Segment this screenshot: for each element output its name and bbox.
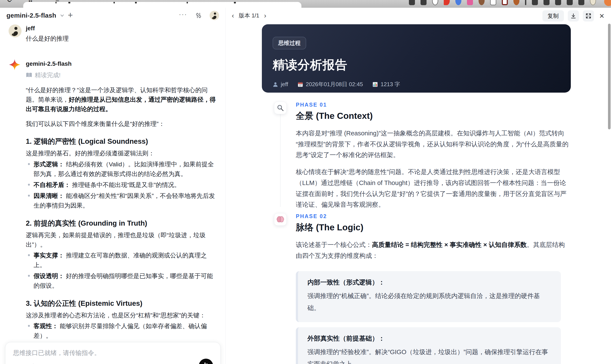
account-avatar[interactable] xyxy=(210,11,219,20)
magnifier-icon xyxy=(274,102,287,114)
tab-title-fragment xyxy=(186,2,188,3)
macos-menubar: ⟳ ⠿ ≡ xyxy=(0,0,611,8)
composer[interactable]: 思维接口已就绪，请传输指令。 + xyxy=(5,342,221,364)
list-item: 假设透明：好的推理会明确指明哪些是已知事实，哪些是基于可能的假设。 xyxy=(26,271,217,290)
attach-plus-button[interactable]: + xyxy=(13,363,18,364)
menubar-app-icon[interactable] xyxy=(532,0,538,5)
dimension-card: 外部真实性（前提基础）： 强调推理的“经验校准”。解决“GIGO（垃圾进，垃圾出… xyxy=(296,327,561,364)
report-word-count: 1213 字 xyxy=(381,81,400,88)
tab-title-fragment xyxy=(68,2,70,3)
menubar-app-icon[interactable] xyxy=(467,0,473,5)
phase-timeline: PHASE 01 全景 (The Context) 本内容是对“推理 (Reas… xyxy=(262,102,571,364)
section-intro: 这是推理的基石。好的推理必须遵循逻辑法则： xyxy=(26,148,217,158)
menubar-corner-icon[interactable] xyxy=(604,0,611,6)
chat-scroll-area[interactable]: jeff 什么是好的推理 gemini-2.5-flash xyxy=(0,22,226,364)
section-intro: 逻辑再完美，如果前提是错误的，推理也是垃圾（即“垃圾进，垃圾出”）。 xyxy=(26,230,217,249)
menubar-app-icon[interactable] xyxy=(567,0,573,5)
gemini-star-icon xyxy=(9,59,21,71)
phase-label: PHASE 02 xyxy=(296,213,571,219)
copy-button[interactable]: 复制 xyxy=(543,10,564,22)
user-icon xyxy=(273,82,278,87)
menubar-app-icon[interactable] xyxy=(444,0,450,5)
tab-title-fragment xyxy=(234,2,236,3)
report-date: 2026年01月08日 02:45 xyxy=(306,81,363,88)
model-selector[interactable]: gemini-2.5-flash xyxy=(6,12,56,19)
section-heading: 2. 前提的真实性 (Grounding in Truth) xyxy=(26,218,217,229)
user-message: jeff 什么是好的推理 xyxy=(9,25,217,43)
menubar-status-icons xyxy=(409,0,596,8)
brain-icon xyxy=(274,213,287,226)
phase-paragraph: 该论述基于一个核心公式：高质量结论 = 结构完整性 × 事实准确性 × 认知自律… xyxy=(296,239,571,261)
menubar-app-icon[interactable] xyxy=(513,0,519,5)
section-heading: 3. 认知的公正性 (Epistemic Virtues) xyxy=(26,298,217,309)
screen: ⟳ ⠿ ≡ xyxy=(0,0,611,364)
close-icon[interactable]: ✕ xyxy=(598,11,606,21)
more-options-button[interactable]: ··· xyxy=(179,11,187,20)
section-heading: 1. 逻辑的严密性 (Logical Soundness) xyxy=(26,136,217,147)
user-name: jeff xyxy=(26,25,217,32)
phase-paragraph: 本内容是对“推理 (Reasoning)”这一抽象概念的高层建模。在知识爆炸与人… xyxy=(296,128,571,160)
phase-1-section: PHASE 01 全景 (The Context) 本内容是对“推理 (Reas… xyxy=(262,102,571,210)
reply-paragraph: “什么是好的推理？”这是一个涉及逻辑学、认知科学和哲学核心的问题。简单来说，好的… xyxy=(26,85,217,114)
chevron-left-icon[interactable]: ‹ xyxy=(230,11,235,20)
report-meta: jeff 17 2026年01月08日 02:45 1213 字 xyxy=(273,81,560,88)
menubar-app-icon[interactable] xyxy=(478,0,485,5)
phase-title: 全景 (The Context) xyxy=(296,110,571,122)
menubar-avatar-icon[interactable] xyxy=(590,0,596,5)
list-item: 形式逻辑：结构必须有效（Valid）。比如演绎推理中，如果前提全部为真，那么通过… xyxy=(26,159,217,179)
menubar-app-icon[interactable] xyxy=(544,0,549,5)
tab-title-fragment xyxy=(135,2,137,3)
chat-header: gemini-2.5-flash + ··· xyxy=(0,8,226,22)
browser-tab[interactable] xyxy=(23,2,301,8)
book-icon xyxy=(26,72,32,78)
section-intro: 这涉及推理者的心态和方法论，也是区分“杠精”和“思想家”的关键： xyxy=(26,311,217,320)
thought-process-badge: 思维过程 xyxy=(273,37,306,49)
report-title: 精读分析报告 xyxy=(273,57,560,73)
phase-paragraph: 核心情境在于解决“思考的随意性”问题。不论是人类通过批判性思维进行决策，还是大语… xyxy=(296,167,571,210)
chevron-right-icon[interactable]: › xyxy=(263,11,268,20)
download-icon[interactable] xyxy=(568,10,579,22)
report-document: 思维过程 精读分析报告 jeff 17 2026年01月08日 02:45 xyxy=(262,24,571,364)
report-toolbar: ‹ 版本 1/1 › 复制 ✕ xyxy=(226,8,611,24)
report-author: jeff xyxy=(281,81,288,88)
list-item: 客观性：能够识别并尽量排除个人偏见（如幸存者偏差、确认偏差）。 xyxy=(26,321,217,341)
sliders-icon[interactable] xyxy=(194,11,203,20)
report-hero: 思维过程 精读分析报告 jeff 17 2026年01月08日 02:45 xyxy=(262,24,571,93)
phase-2-section: PHASE 02 脉络 (The Logic) 该论述基于一个核心公式：高质量结… xyxy=(262,213,571,364)
reading-status: 精读完成! xyxy=(35,70,61,80)
composer-placeholder[interactable]: 思维接口已就绪，请传输指令。 xyxy=(13,349,213,357)
dimension-card: 内部一致性（形式逻辑）： 强调推理的“机械正确”。结论必须在给定的规则系统内逻辑… xyxy=(296,271,561,322)
menubar-app-icon[interactable] xyxy=(409,0,415,5)
tab-title-fragment xyxy=(114,2,115,3)
version-label: 版本 1/1 xyxy=(239,12,259,19)
menubar-app-icon[interactable] xyxy=(455,0,461,5)
assistant-message: gemini-2.5-flash 精读完成! “什么是好的推理？”这是一个涉及逻… xyxy=(9,59,217,364)
list-item: 不自相矛盾：推理链条中不能出现“既是又非”的情况。 xyxy=(26,180,217,190)
waveform-icon xyxy=(204,363,206,364)
voice-waveform-button[interactable] xyxy=(199,359,213,364)
menubar-app-icon[interactable] xyxy=(525,0,526,5)
list-item: 因果清晰：能准确区分“相关性”和“因果关系”，不会轻率地将先后发生的事情归为因果… xyxy=(26,191,217,210)
menubar-app-icon[interactable] xyxy=(432,0,438,5)
svg-text:17: 17 xyxy=(299,84,302,87)
chevron-down-icon[interactable] xyxy=(59,13,65,18)
menubar-app-icon[interactable] xyxy=(555,0,561,5)
assistant-name: gemini-2.5-flash xyxy=(26,59,217,68)
tab-title-fragment xyxy=(55,2,56,3)
menubar-app-icon[interactable] xyxy=(421,0,426,5)
phase-label: PHASE 01 xyxy=(296,102,571,108)
history-icon[interactable]: ⟳ xyxy=(7,0,13,4)
menubar-app-icon[interactable] xyxy=(490,0,496,5)
menubar-app-icon[interactable] xyxy=(578,0,584,5)
calendar-icon: 17 xyxy=(298,82,303,87)
scrollbar-thumb[interactable] xyxy=(608,24,611,129)
chart-icon xyxy=(372,82,378,87)
chat-panel: gemini-2.5-flash + ··· xyxy=(0,8,226,364)
user-avatar xyxy=(9,25,22,37)
new-chat-button[interactable]: + xyxy=(68,11,73,20)
reply-paragraph: 我们可以从以下四个维度来衡量什么是“好的推理”： xyxy=(26,119,217,129)
expand-icon[interactable] xyxy=(583,10,594,22)
menubar-app-icon[interactable] xyxy=(502,0,508,5)
user-message-text: 什么是好的推理 xyxy=(26,34,217,43)
phase-title: 脉络 (The Logic) xyxy=(296,221,571,233)
